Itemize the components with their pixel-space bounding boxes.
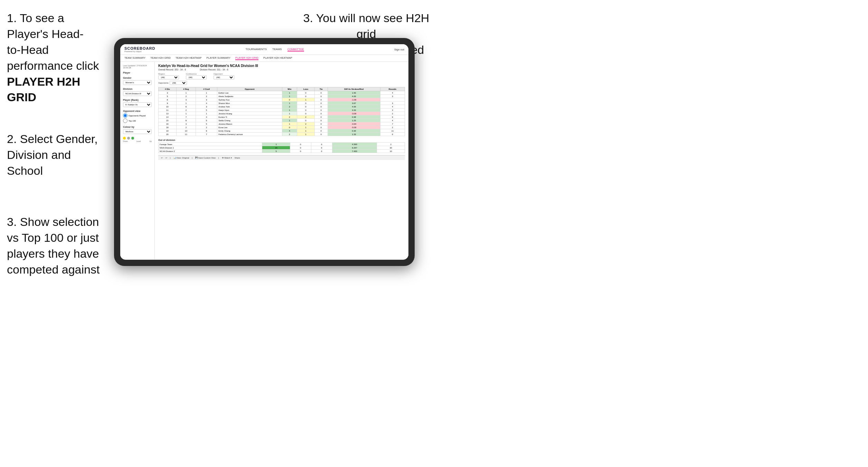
- watch-btn[interactable]: 👁 Watch ▾: [222, 156, 232, 159]
- instruction-3-left: 3. Show selection vs Top 100 or just pla…: [7, 214, 114, 278]
- right-content: Katelyn Vo Head-to-Head Grid for Women's…: [155, 62, 408, 259]
- save-custom-btn[interactable]: 💾 Save Custom View: [195, 156, 216, 159]
- opponent-select[interactable]: (All): [214, 75, 234, 79]
- overall-record: Overall Record: 353 - 34 - 6: [158, 68, 186, 71]
- region-select[interactable]: (All): [158, 75, 179, 79]
- legend-dot-down: [123, 137, 126, 140]
- view-original-btn[interactable]: 📊 View: Original: [173, 156, 189, 159]
- subnav-team-h2h-grid[interactable]: TEAM H2H GRID: [150, 56, 171, 60]
- out-table-row: NCAA Division 2 5 0 0 7.400 10: [159, 150, 405, 153]
- opponents-played-radio[interactable]: Opponents Played: [123, 113, 152, 118]
- col-reg: # Reg: [176, 87, 196, 91]
- col-loss: Loss: [297, 87, 315, 91]
- tablet-screen: SCOREBOARD Powered by clippd TOURNAMENTS…: [120, 44, 408, 260]
- navbar: SCOREBOARD Powered by clippd TOURNAMENTS…: [120, 44, 408, 55]
- grid-title: Katelyn Vo Head-to-Head Grid for Women's…: [158, 64, 405, 68]
- col-win: Win: [282, 87, 297, 91]
- gender-select[interactable]: Women's: [123, 80, 152, 85]
- out-table-row: Foreign Team 1 0 0 4.500 2: [159, 143, 405, 146]
- redo-btn[interactable]: ↩: [166, 156, 167, 159]
- toolbar: ↩ ↩ | 📊 View: Original | 💾 Save Custom V…: [158, 155, 405, 160]
- subnav-team-summary[interactable]: TEAM SUMMARY: [124, 56, 145, 60]
- col-conf: # Conf: [196, 87, 217, 91]
- col-rounds: Rounds: [380, 87, 405, 91]
- table-row: 19 10 6 Emily Chang 4 1 0 0.30 11: [159, 129, 405, 133]
- player-section: Player: [123, 72, 152, 74]
- table-row: 3 1 1 Esther Lee 1 0 0 1.50 4: [159, 91, 405, 95]
- subnav-player-h2h-heatmap[interactable]: PLAYER H2H HEATMAP: [263, 56, 292, 60]
- nav-teams[interactable]: TEAMS: [272, 48, 282, 51]
- table-row: 14 7 4 Eunice Yi 2 2 0 0.38 9: [159, 115, 405, 119]
- legend-dot-level: [127, 137, 130, 140]
- nav-committee[interactable]: COMMITTEE: [287, 48, 304, 51]
- table-row: 11 2 5 Heejo Hyun 1 0 0 3.33 3: [159, 108, 405, 112]
- top100-radio[interactable]: Top 100: [123, 118, 152, 123]
- colour-by-select[interactable]: Win/loss: [123, 129, 152, 134]
- colour-by-section: Colour by Win/loss: [123, 126, 152, 134]
- out-table: Foreign Team 1 0 0 4.500 2 NAIA Division…: [158, 142, 405, 153]
- nav-right: Sign out: [394, 48, 404, 51]
- division-record: Division Record: 331 - 34 - 6: [200, 68, 228, 71]
- left-panel: Last Updated: 27/03/2024 16:55:38 Player…: [120, 62, 155, 259]
- opponent-view-section: Opponent view Opponents Played Top 100: [123, 110, 152, 123]
- table-row: 6 3 3 Sydney Kuo 0 1 0 -1.00: [159, 98, 405, 102]
- h2h-table: # Div # Reg # Conf Opponent Win Loss Tie…: [158, 87, 405, 136]
- col-diff: Diff Av Strokes/Rnd: [328, 87, 380, 91]
- conference-select[interactable]: (All): [186, 75, 207, 79]
- table-row: 15 8 5 Stella Cheng 1 0 0 1.25 4: [159, 119, 405, 122]
- gender-section: Gender Women's: [123, 77, 152, 85]
- subnav-team-h2h-heatmap[interactable]: TEAM H2H HEATMAP: [176, 56, 202, 60]
- table-row: 18 2 2 Euna Lee 0 1 0 -5.00 2: [159, 126, 405, 129]
- division-section: Division NCAA Division III: [123, 88, 152, 96]
- col-opponent: Opponent: [217, 87, 282, 91]
- instruction-1: 1. To see a Player's Head- to-Head perfo…: [7, 10, 104, 105]
- last-updated: Last Updated: 27/03/2024 16:55:38: [123, 65, 152, 69]
- legend-dot-up: [131, 137, 134, 140]
- instruction-2: 2. Select Gender, Division and School: [7, 131, 111, 179]
- subnav-player-summary[interactable]: PLAYER SUMMARY: [207, 56, 230, 60]
- records: Overall Record: 353 - 34 - 6 Division Re…: [158, 68, 405, 71]
- brand: SCOREBOARD Powered by clippd: [124, 46, 155, 53]
- table-row: 5 2 2 Alexis Sudjianto 1 0 0 4.00 3: [159, 95, 405, 98]
- toolbar-sep: |: [170, 157, 171, 159]
- tablet-device: SCOREBOARD Powered by clippd TOURNAMENTS…: [114, 38, 415, 266]
- toolbar-sep2: |: [192, 157, 192, 159]
- table-row: 20 11 7 Federica Domecq Lacroze 2 1 0 1.…: [159, 133, 405, 136]
- nav-links: TOURNAMENTS TEAMS COMMITTEE: [245, 48, 304, 51]
- colour-legend: Down Level Up: [123, 137, 152, 142]
- out-table-row: NAIA Division 1 15 0 0 9.267 30: [159, 146, 405, 150]
- out-of-division: Out of division Foreign Team 1 0 0 4.500…: [158, 139, 405, 153]
- toolbar-sep3: |: [218, 157, 219, 159]
- main-content: Last Updated: 27/03/2024 16:55:38 Player…: [120, 62, 408, 259]
- share-btn[interactable]: Share: [235, 157, 240, 159]
- undo-btn[interactable]: ↩: [161, 156, 163, 159]
- col-tie: Tie: [314, 87, 328, 91]
- player-rank-section: Player (Rank) 8. Katelyn Vo: [123, 99, 152, 107]
- nav-tournaments[interactable]: TOURNAMENTS: [245, 48, 267, 51]
- subnav: TEAM SUMMARY TEAM H2H GRID TEAM H2H HEAT…: [120, 55, 408, 62]
- opponent-filter: Opponent (All): [214, 73, 234, 79]
- opponents-all-select[interactable]: (All): [170, 81, 187, 85]
- region-filter: Region (All): [158, 73, 179, 79]
- table-row: 13 1 1 Jessica Huang 1 0 0 -3.00 2: [159, 112, 405, 115]
- col-div: # Div: [159, 87, 177, 91]
- subnav-player-h2h-grid[interactable]: PLAYER H2H GRID: [235, 56, 258, 60]
- table-row: 9 1 4 Sharon Mun 1 0 0 3.67 3: [159, 102, 405, 105]
- filter-section: Region (All) Conference (All) Opponent (…: [158, 73, 405, 85]
- table-row: 10 6 3 Andrea York 2 0 0 4.00 4: [159, 105, 405, 108]
- division-select[interactable]: NCAA Division III: [123, 91, 152, 96]
- table-row: 16 3 5 Jessica Mason 1 2 0 -0.94 7: [159, 122, 405, 126]
- conference-filter: Conference (All): [186, 73, 207, 79]
- player-rank-select[interactable]: 8. Katelyn Vo: [123, 102, 152, 107]
